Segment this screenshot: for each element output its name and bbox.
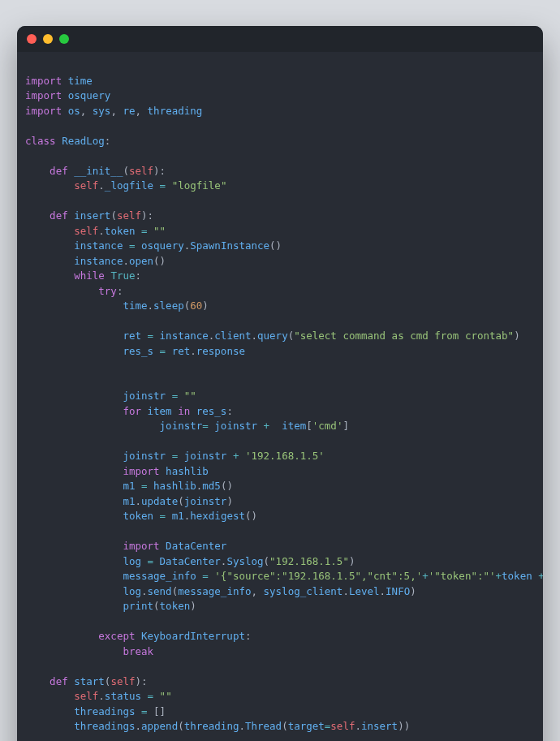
code-token: ) bbox=[190, 600, 196, 612]
code-token: m1 bbox=[123, 480, 135, 492]
code-line: res_s = ret.response bbox=[25, 344, 535, 360]
code-token: ( bbox=[178, 720, 184, 732]
code-token bbox=[148, 225, 154, 237]
code-token: ) bbox=[410, 585, 416, 597]
minimize-dot-icon[interactable] bbox=[43, 34, 53, 44]
code-token: import bbox=[25, 75, 68, 87]
code-block: import timeimport osqueryimport os, sys,… bbox=[17, 62, 543, 742]
code-token bbox=[135, 705, 141, 717]
code-token: "" bbox=[153, 225, 166, 237]
code-token bbox=[25, 239, 74, 252]
code-token: send bbox=[148, 585, 172, 597]
code-token: () bbox=[153, 255, 166, 267]
code-token bbox=[25, 480, 123, 492]
code-token bbox=[166, 510, 172, 522]
code-line: threadings = [] bbox=[25, 704, 535, 720]
code-token: res_s bbox=[123, 345, 153, 357]
code-token bbox=[25, 705, 74, 717]
code-token bbox=[153, 179, 160, 192]
code-token: Syslog bbox=[226, 555, 263, 567]
code-token: token bbox=[105, 225, 136, 237]
code-token: . bbox=[252, 330, 258, 342]
code-line bbox=[25, 314, 535, 330]
code-token: = bbox=[148, 690, 154, 702]
code-token: message_info bbox=[123, 570, 196, 582]
code-token: log bbox=[123, 585, 141, 597]
code-token: instance bbox=[74, 239, 123, 252]
code-token: , bbox=[251, 585, 263, 597]
code-token: 60 bbox=[190, 299, 202, 312]
code-line bbox=[25, 118, 535, 134]
code-token bbox=[25, 345, 123, 357]
code-token: = bbox=[129, 239, 136, 252]
code-token bbox=[123, 239, 129, 252]
code-token bbox=[136, 239, 142, 252]
code-token bbox=[178, 390, 184, 402]
code-token: open bbox=[129, 255, 153, 267]
zoom-dot-icon[interactable] bbox=[59, 34, 69, 44]
code-token bbox=[25, 209, 50, 222]
close-dot-icon[interactable] bbox=[27, 34, 37, 44]
code-line: try: bbox=[25, 284, 535, 299]
code-token: re bbox=[123, 105, 135, 117]
code-token: True bbox=[110, 269, 135, 282]
code-token bbox=[25, 299, 123, 312]
code-token: m1 bbox=[172, 510, 184, 522]
code-token: append bbox=[141, 720, 178, 732]
code-token: [] bbox=[148, 705, 166, 717]
code-token: self bbox=[74, 179, 98, 192]
code-token bbox=[141, 330, 148, 342]
code-token: = bbox=[160, 345, 166, 357]
code-token: "select command as cmd from crontab" bbox=[294, 330, 514, 342]
code-token: : bbox=[105, 135, 111, 147]
code-line: def start(self): bbox=[25, 674, 535, 690]
code-token: . bbox=[135, 720, 141, 732]
code-token: Level bbox=[349, 585, 380, 597]
code-token: message_info bbox=[178, 585, 251, 597]
code-token: = bbox=[202, 420, 209, 432]
code-token: osquery bbox=[68, 89, 111, 101]
code-token bbox=[25, 555, 123, 567]
code-token bbox=[25, 510, 123, 522]
code-token: + bbox=[264, 420, 270, 432]
code-token: joinstr bbox=[214, 420, 257, 432]
code-token bbox=[226, 450, 233, 462]
code-token bbox=[25, 495, 123, 507]
code-line: def __init__(self): bbox=[25, 164, 535, 179]
code-token: self bbox=[117, 209, 141, 222]
code-line bbox=[25, 524, 535, 540]
code-token: () bbox=[221, 480, 233, 492]
code-token bbox=[25, 720, 74, 732]
code-token: except bbox=[98, 630, 141, 642]
code-token: ) bbox=[514, 330, 520, 342]
code-line: def insert(self): bbox=[25, 209, 535, 224]
code-token: () bbox=[245, 510, 257, 522]
code-token: syslog_client bbox=[264, 585, 343, 597]
code-token: + bbox=[496, 570, 502, 582]
code-token: res_s bbox=[196, 405, 227, 417]
code-line: import osquery bbox=[25, 88, 535, 104]
code-line: log = DataCenter.Syslog("192.168.1.5") bbox=[25, 554, 535, 570]
code-token: time bbox=[68, 75, 93, 87]
code-token: ): bbox=[136, 675, 148, 687]
code-token: hexdigest bbox=[190, 510, 245, 522]
code-token bbox=[257, 420, 264, 432]
code-line: import time bbox=[25, 74, 535, 89]
code-token: threading bbox=[148, 105, 203, 117]
code-line: while True: bbox=[25, 269, 535, 284]
code-token: ( bbox=[178, 495, 184, 507]
code-token: log bbox=[123, 555, 141, 567]
code-token: ): bbox=[141, 209, 153, 222]
code-token: ReadLog bbox=[62, 135, 105, 147]
code-token: m1 bbox=[123, 495, 135, 507]
code-token bbox=[25, 390, 123, 402]
code-token: : bbox=[117, 285, 123, 297]
code-token: "logfile" bbox=[172, 179, 227, 192]
code-token: = bbox=[141, 225, 148, 237]
code-token: response bbox=[196, 345, 245, 357]
code-token: try bbox=[98, 285, 117, 297]
code-line: time.sleep(60) bbox=[25, 299, 535, 314]
code-token: self bbox=[74, 690, 98, 702]
code-token: class bbox=[25, 135, 62, 147]
code-token: ): bbox=[153, 165, 166, 177]
